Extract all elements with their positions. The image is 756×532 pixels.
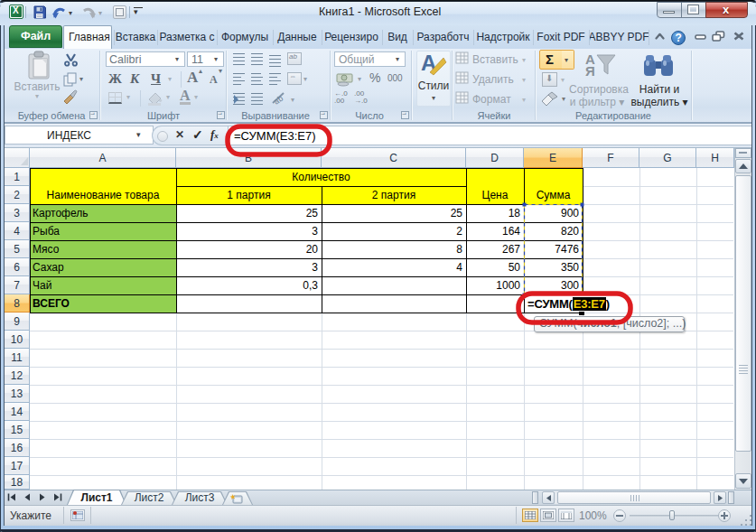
svg-text:ab: ab: [272, 94, 285, 107]
